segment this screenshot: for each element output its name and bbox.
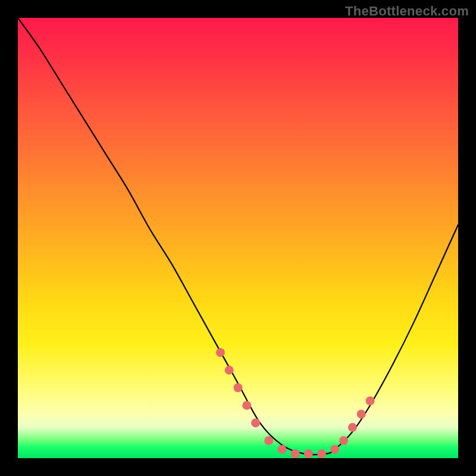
sample-points: [216, 348, 375, 458]
sample-point: [251, 418, 260, 427]
sample-point: [366, 396, 375, 405]
chart-frame: TheBottleneck.com: [0, 0, 476, 476]
sample-point: [317, 449, 326, 458]
sample-point: [339, 436, 348, 445]
sample-point: [216, 348, 225, 357]
sample-point: [348, 423, 357, 432]
sample-point: [242, 401, 251, 410]
sample-point: [225, 366, 234, 375]
sample-point: [357, 410, 366, 419]
curve-svg: [18, 18, 458, 458]
sample-point: [304, 449, 313, 458]
plot-area: [18, 18, 458, 458]
watermark-text: TheBottleneck.com: [345, 4, 469, 19]
sample-point: [291, 449, 300, 458]
sample-point: [264, 436, 273, 445]
sample-point: [330, 445, 339, 454]
sample-point: [278, 445, 287, 454]
sample-point: [234, 383, 243, 392]
